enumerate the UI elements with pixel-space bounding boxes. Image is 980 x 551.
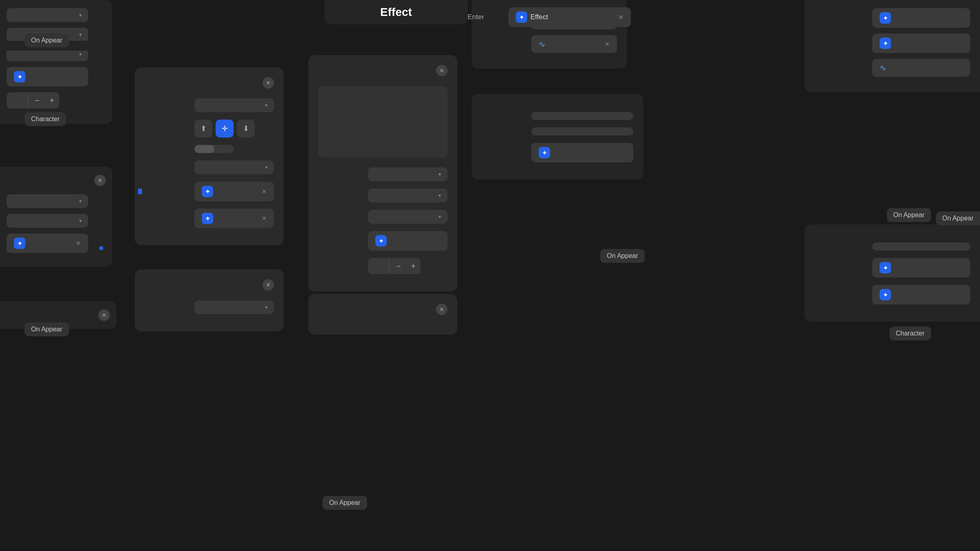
- text-preset-chevron: ▾: [439, 193, 441, 198]
- right-enter-section: Enter ✦ Effect ✕: [468, 7, 631, 27]
- start-top-btn[interactable]: ⬆: [194, 120, 212, 138]
- scroll-variant-panel: ✕: [308, 294, 457, 335]
- text-enter-effect-btn[interactable]: ✦: [368, 231, 448, 251]
- spring-wave-icon-2: ∿: [880, 63, 886, 73]
- scroll-trigger-value: [872, 242, 970, 251]
- replay-no-btn[interactable]: [214, 145, 234, 153]
- close-btn-panel3[interactable]: ✕: [98, 309, 110, 321]
- star-icon-2: ✦: [14, 238, 25, 249]
- on-appear-badge-right-partial: On Appear: [936, 211, 980, 225]
- right-spring-btn[interactable]: ∿: [872, 59, 970, 77]
- left-sidebar-panel-1: ▾ ▾ ▾ ✦ − +: [0, 0, 112, 124]
- left-sidebar-panel-2: ✕ ▾ ▾ ✦ ✕: [0, 167, 112, 267]
- close-scroll-animation[interactable]: ✕: [263, 77, 274, 89]
- scroll-animation-panel: ✕ ▾ ⬆ ✛ ⬇ ▾ ✦: [135, 67, 284, 245]
- right-scroll-panel: ✦ ✦: [804, 224, 980, 322]
- scroll-to-btn[interactable]: ✦: [872, 285, 970, 304]
- character-badge-left: Character: [24, 112, 66, 126]
- text-enter-star: ✦: [375, 235, 387, 247]
- right-enter-star: ✦: [516, 11, 527, 23]
- chevron-down-icon-4: ▾: [79, 198, 82, 204]
- text-trigger-dropdown[interactable]: ▾: [368, 167, 448, 181]
- chevron-down-icon-5: ▾: [79, 218, 82, 224]
- chevron-down-icon: ▾: [79, 12, 82, 18]
- right-appear-trigger-value: [531, 112, 633, 120]
- appear-trigger-dropdown[interactable]: ▾: [194, 300, 274, 314]
- character-badge-right: Character: [889, 327, 931, 340]
- on-appear-badge-left-2: On Appear: [24, 322, 69, 336]
- scroll-from-star: ✦: [880, 262, 891, 273]
- right-appear-enter-btn[interactable]: ✦: [531, 143, 633, 162]
- start-controls: ⬆ ✛ ⬇: [194, 120, 255, 138]
- right-to-star2: ✦: [880, 38, 891, 49]
- preset-dropdown[interactable]: ▾: [194, 160, 274, 174]
- star-icon-1: ✦: [14, 71, 25, 82]
- close-scroll-variant[interactable]: ✕: [436, 304, 448, 315]
- effect-button-1[interactable]: ✦: [7, 67, 88, 87]
- appear-effect-panel: ✕ ▾: [135, 269, 284, 331]
- on-appear-badge-right-1: On Appear: [887, 208, 931, 222]
- spring-wave-icon: ∿: [539, 39, 546, 49]
- right-appear-star: ✦: [539, 147, 550, 158]
- enter-close-icon[interactable]: ✕: [262, 188, 267, 195]
- right-enter-close[interactable]: ✕: [618, 13, 624, 21]
- trigger-chevron: ▾: [265, 102, 267, 108]
- transition-spring-btn[interactable]: ∿ ✕: [531, 35, 617, 53]
- delay-stepper-1[interactable]: − +: [7, 92, 59, 109]
- text-preset-dropdown[interactable]: ▾: [368, 189, 448, 202]
- enter-star-icon: ✦: [202, 186, 213, 197]
- text-trigger-chevron: ▾: [439, 171, 441, 177]
- chevron-down-icon-2: ▾: [79, 32, 82, 38]
- right-from-star: ✦: [880, 12, 891, 24]
- effect-top-label: Effect: [325, 0, 468, 24]
- replay-toggle: [194, 145, 234, 153]
- chevron-down-icon-3: ▾: [79, 51, 82, 57]
- lock-indicator: [99, 246, 103, 250]
- text-per-dropdown[interactable]: ▾: [368, 210, 448, 224]
- exit-close-icon[interactable]: ✕: [262, 215, 267, 222]
- text-stepper-minus[interactable]: −: [391, 258, 406, 274]
- text-delay-stepper[interactable]: − +: [368, 258, 421, 274]
- text-preview: [318, 86, 448, 158]
- close-appear-effect[interactable]: ✕: [263, 279, 274, 291]
- text-stepper-plus[interactable]: +: [406, 258, 421, 274]
- start-center-btn[interactable]: ✛: [216, 120, 234, 138]
- enter-effect-btn[interactable]: ✦ ✕: [194, 182, 274, 201]
- on-appear-dropdown-2[interactable]: ▾: [7, 194, 88, 208]
- spring-close[interactable]: ✕: [605, 41, 610, 47]
- right-from-to-panel: ✦ ✦ ∿: [804, 0, 980, 92]
- scroll-to-star: ✦: [880, 289, 891, 300]
- exit-effect-btn[interactable]: ✦ ✕: [194, 209, 274, 228]
- close-text-effect[interactable]: ✕: [436, 65, 448, 76]
- stepper-minus-1[interactable]: −: [30, 92, 45, 109]
- lock-icon-enter: [138, 189, 142, 194]
- effect-button-2[interactable]: ✦ ✕: [7, 233, 88, 253]
- trigger-dropdown[interactable]: ▾: [194, 98, 274, 112]
- text-per-chevron: ▾: [439, 214, 441, 220]
- right-enter-effect[interactable]: ✦ Effect ✕: [508, 7, 631, 27]
- effect-close-2[interactable]: ✕: [76, 240, 81, 247]
- stepper-plus-1[interactable]: +: [45, 92, 59, 109]
- close-btn-panel2[interactable]: ✕: [94, 175, 106, 186]
- scroll-from-btn[interactable]: ✦: [872, 258, 970, 278]
- preset-chevron: ▾: [265, 164, 267, 170]
- on-appear-dropdown-1[interactable]: ▾: [7, 8, 88, 22]
- appear-trigger-chevron: ▾: [265, 304, 267, 310]
- right-appear-panel: ✦: [472, 94, 643, 180]
- exit-star-icon: ✦: [202, 213, 213, 224]
- on-appear-center-badge: On Appear: [600, 249, 645, 263]
- right-to-btn[interactable]: ✦: [872, 33, 970, 53]
- text-effect-panel: ✕ ▾ ▾ ▾ ✦: [308, 55, 457, 291]
- right-from-btn[interactable]: ✦: [872, 8, 970, 28]
- start-bottom-btn[interactable]: ⬇: [237, 120, 255, 138]
- on-appear-bottom-badge: On Appear: [323, 496, 367, 510]
- fade-in-dropdown-1[interactable]: ▾: [7, 214, 88, 228]
- right-appear-preset-value: [531, 127, 633, 136]
- replay-yes-btn[interactable]: [194, 145, 214, 153]
- on-appear-badge-left-1: On Appear: [24, 33, 69, 47]
